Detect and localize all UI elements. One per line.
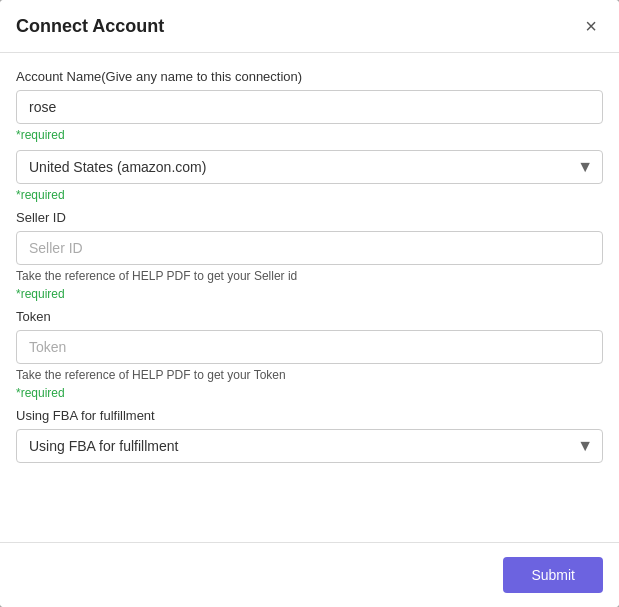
fba-label: Using FBA for fulfillment (16, 408, 603, 423)
token-label: Token (16, 309, 603, 324)
modal-overlay: Connect Account × Account Name(Give any … (0, 0, 619, 607)
fba-group: Using FBA for fulfillment Using FBA for … (16, 408, 603, 463)
token-help: Take the reference of HELP PDF to get yo… (16, 368, 603, 382)
account-name-required: *required (16, 128, 603, 142)
token-required: *required (16, 386, 603, 400)
marketplace-select[interactable]: United States (amazon.com) Canada (amazo… (16, 150, 603, 184)
modal-body: Account Name(Give any name to this conne… (0, 53, 619, 607)
connect-account-modal: Connect Account × Account Name(Give any … (0, 0, 619, 607)
token-input[interactable] (16, 330, 603, 364)
account-name-group: Account Name(Give any name to this conne… (16, 69, 603, 142)
seller-id-label: Seller ID (16, 210, 603, 225)
account-name-label: Account Name(Give any name to this conne… (16, 69, 603, 84)
seller-id-required: *required (16, 287, 603, 301)
modal-footer: Submit (0, 542, 619, 607)
seller-id-group: Seller ID Take the reference of HELP PDF… (16, 210, 603, 301)
modal-title: Connect Account (16, 16, 164, 37)
modal-header: Connect Account × (0, 0, 619, 53)
marketplace-select-wrapper: United States (amazon.com) Canada (amazo… (16, 150, 603, 184)
marketplace-group: United States (amazon.com) Canada (amazo… (16, 150, 603, 202)
submit-button[interactable]: Submit (503, 557, 603, 593)
seller-id-input[interactable] (16, 231, 603, 265)
close-button[interactable]: × (579, 14, 603, 38)
account-name-input[interactable] (16, 90, 603, 124)
fba-select-wrapper: Using FBA for fulfillment Not using FBA … (16, 429, 603, 463)
token-group: Token Take the reference of HELP PDF to … (16, 309, 603, 400)
fba-select[interactable]: Using FBA for fulfillment Not using FBA (16, 429, 603, 463)
seller-id-help: Take the reference of HELP PDF to get yo… (16, 269, 603, 283)
marketplace-required: *required (16, 188, 603, 202)
